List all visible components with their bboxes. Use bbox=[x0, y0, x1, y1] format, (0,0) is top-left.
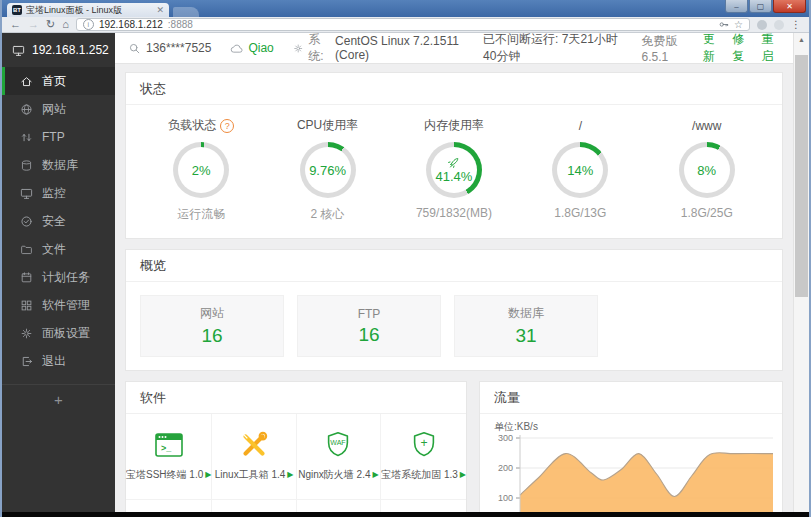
overview-label: 数据库 bbox=[508, 305, 544, 322]
server-ip-row: 192.168.1.252 0 bbox=[2, 33, 115, 67]
tab-title: 宝塔Linux面板 - Linux版 bbox=[26, 4, 152, 17]
software-item-system-hardening[interactable]: + 宝塔系统加固 1.3▶ bbox=[381, 414, 466, 500]
logout-icon bbox=[20, 355, 33, 368]
sidebar-add-button[interactable]: + bbox=[2, 385, 115, 415]
url-input[interactable]: i 192.168.1.212 :8888 ☆ bbox=[76, 18, 750, 31]
overview-database[interactable]: 数据库 31 bbox=[454, 295, 598, 357]
overview-website[interactable]: 网站 16 bbox=[140, 295, 284, 357]
overview-ftp[interactable]: FTP 16 bbox=[297, 295, 441, 357]
gauge-ring: 41.4% bbox=[426, 142, 482, 198]
sidebar-item-home[interactable]: 首页 bbox=[2, 67, 115, 95]
software-label: 宝塔SSH终端 1.0 bbox=[126, 468, 203, 482]
sidebar-item-label: 文件 bbox=[42, 241, 66, 258]
traffic-card-title: 流量 bbox=[480, 382, 782, 414]
software-item-partial[interactable] bbox=[126, 500, 212, 512]
update-link[interactable]: 更新 bbox=[703, 31, 721, 65]
tab-close-icon[interactable]: ✕ bbox=[156, 6, 164, 15]
gauge-disk-root: / 14% 1.8G/13G bbox=[521, 118, 639, 223]
sidebar-item-ftp[interactable]: FTP bbox=[2, 123, 115, 151]
play-icon: ▶ bbox=[205, 471, 211, 479]
software-card-title: 软件 bbox=[126, 382, 466, 414]
svg-text:100: 100 bbox=[498, 493, 513, 503]
extension-icon[interactable] bbox=[774, 20, 784, 30]
sidebar-item-security[interactable]: 安全 bbox=[2, 207, 115, 235]
forward-icon[interactable]: → bbox=[28, 18, 39, 31]
rocket-icon[interactable] bbox=[448, 156, 460, 168]
sidebar-item-label: 面板设置 bbox=[42, 325, 90, 342]
site-info-icon[interactable]: i bbox=[83, 19, 94, 30]
gauge-ring: 2% bbox=[173, 142, 229, 198]
url-port: :8888 bbox=[168, 19, 193, 30]
browser-tab[interactable]: BT 宝塔Linux面板 - Linux版 ✕ bbox=[7, 3, 169, 17]
sidebar-item-files[interactable]: 文件 bbox=[2, 235, 115, 263]
extension-icon[interactable] bbox=[757, 20, 767, 30]
overview-label: FTP bbox=[358, 307, 381, 321]
overview-card: 概览 网站 16 FTP 16 数据库 31 bbox=[125, 249, 783, 371]
database-icon bbox=[20, 159, 33, 172]
version-label: 免费版 6.5.1 bbox=[641, 33, 691, 64]
bound-phone[interactable]: 136****7525 bbox=[128, 41, 211, 55]
cloud-icon bbox=[230, 42, 243, 55]
sidebar-item-monitor[interactable]: 监控 bbox=[2, 179, 115, 207]
software-card: 软件 >_ bbox=[125, 381, 467, 512]
sidebar-item-software[interactable]: 软件管理 bbox=[2, 291, 115, 319]
bookmark-star-icon[interactable]: ☆ bbox=[734, 19, 743, 30]
sidebar-item-label: 退出 bbox=[42, 353, 66, 370]
gauge-label: 759/1832(MB) bbox=[395, 206, 513, 220]
svg-text:200: 200 bbox=[498, 463, 513, 473]
sidebar-item-label: FTP bbox=[42, 130, 65, 144]
sidebar-item-label: 软件管理 bbox=[42, 297, 90, 314]
software-item-ssh-terminal[interactable]: >_ 宝塔SSH终端 1.0▶ bbox=[126, 414, 212, 500]
window-maximize-button[interactable]: ▢ bbox=[749, 0, 772, 13]
gear-icon bbox=[20, 327, 33, 340]
reload-icon[interactable]: ↻ bbox=[46, 18, 55, 31]
software-item-nginx-waf[interactable]: WAF Nginx防火墙 2.4▶ bbox=[297, 414, 381, 500]
browser-home-icon[interactable]: ⌂ bbox=[62, 18, 69, 31]
gauge-title: 内存使用率 bbox=[424, 117, 484, 134]
gauge-value: 41.4% bbox=[436, 169, 473, 184]
window-close-button[interactable]: ✕ bbox=[773, 0, 806, 13]
scroll-thumb[interactable] bbox=[795, 55, 808, 297]
repair-link[interactable]: 修复 bbox=[732, 31, 750, 65]
plugin-key-icon[interactable] bbox=[718, 19, 729, 30]
window-bottom-edge bbox=[2, 512, 809, 517]
play-icon: ▶ bbox=[373, 471, 379, 479]
overview-card-title: 概览 bbox=[126, 250, 782, 282]
back-icon[interactable]: ← bbox=[10, 18, 21, 31]
account-label: Qiao bbox=[248, 41, 273, 55]
software-item-partial[interactable] bbox=[212, 500, 296, 512]
browser-window: BT 宝塔Linux面板 - Linux版 ✕ – ▢ ✕ ← → ↻ ⌂ i … bbox=[0, 0, 811, 517]
sidebar-item-cron[interactable]: 计划任务 bbox=[2, 263, 115, 291]
gauge-memory: 内存使用率 41.4% 759/1832(MB) bbox=[395, 118, 513, 223]
bt-favicon-icon: BT bbox=[12, 5, 22, 15]
sidebar-item-website[interactable]: 网站 bbox=[2, 95, 115, 123]
restart-link[interactable]: 重启 bbox=[762, 31, 780, 65]
new-tab-button[interactable] bbox=[173, 7, 199, 17]
overview-count: 31 bbox=[515, 325, 536, 347]
software-item-linux-toolbox[interactable]: Linux工具箱 1.4▶ bbox=[212, 414, 296, 500]
window-minimize-button[interactable]: – bbox=[725, 0, 748, 13]
system-info: 系统: CentOS Linux 7.2.1511 (Core) bbox=[293, 31, 464, 65]
sidebar-item-logout[interactable]: 退出 bbox=[2, 347, 115, 375]
page-scrollbar[interactable]: ▲ bbox=[793, 33, 809, 512]
sidebar-item-settings[interactable]: 面板设置 bbox=[2, 319, 115, 347]
help-icon[interactable]: ? bbox=[220, 119, 234, 133]
sidebar-item-database[interactable]: 数据库 bbox=[2, 151, 115, 179]
tools-icon bbox=[239, 430, 269, 460]
scroll-up-arrow-icon[interactable]: ▲ bbox=[794, 33, 809, 46]
traffic-card: 流量 单位:KB/s 100200300 bbox=[479, 381, 783, 512]
svg-text:>_: >_ bbox=[161, 443, 172, 453]
gauge-title: / bbox=[579, 119, 582, 133]
waf-shield-icon: WAF bbox=[323, 430, 353, 460]
account-name[interactable]: Qiao bbox=[230, 41, 273, 55]
gauge-label: 1.8G/25G bbox=[648, 206, 766, 220]
monitor-icon bbox=[20, 187, 33, 200]
browser-menu-icon[interactable]: ⋮ bbox=[791, 19, 801, 30]
gear-icon bbox=[293, 42, 303, 55]
play-icon: ▶ bbox=[460, 471, 466, 479]
traffic-unit-label: 单位:KB/s bbox=[494, 420, 770, 433]
gauge-label: 运行流畅 bbox=[142, 206, 260, 223]
gauge-label: 2 核心 bbox=[269, 206, 387, 223]
system-label: 系统: bbox=[308, 31, 330, 65]
phone-number: 136****7525 bbox=[146, 41, 211, 55]
